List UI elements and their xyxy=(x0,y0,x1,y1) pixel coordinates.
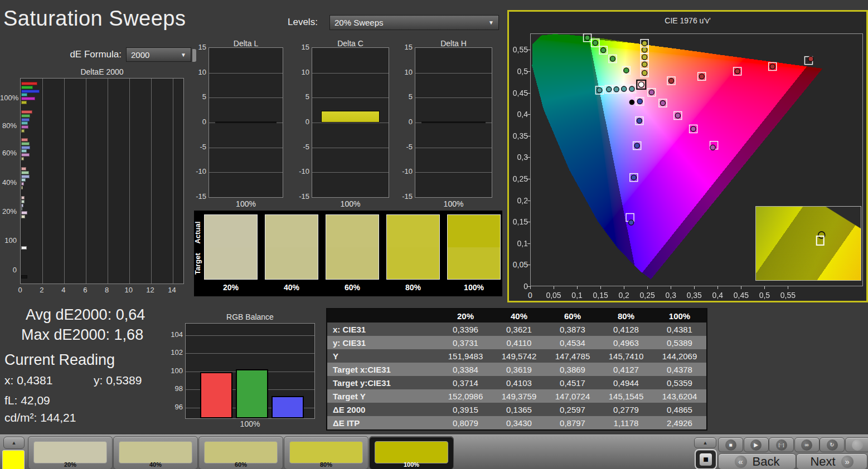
swatch-label: 20% xyxy=(204,283,258,292)
page-title: Saturation Sweeps xyxy=(3,7,186,31)
table-cell: 0,3430 xyxy=(492,416,546,430)
patch-button-100%[interactable]: 100% xyxy=(369,436,454,469)
target-swatch xyxy=(386,247,440,280)
delta-y-tick: -10 xyxy=(192,167,206,175)
delta-y-tick: 5 xyxy=(398,92,413,101)
delta-y-tick: 5 xyxy=(192,92,206,101)
table-row: ΔE 20000,39150,13650,25970,27790,4865 xyxy=(327,403,707,416)
cie-y-tickmark xyxy=(527,114,530,115)
table-row: Target x:CIE310,33840,36190,38690,41270,… xyxy=(327,363,707,376)
cie-y-tick: 0,3 xyxy=(510,153,528,162)
deltae-bar xyxy=(21,125,28,129)
table-header xyxy=(327,309,439,323)
gridline xyxy=(312,148,389,148)
current-reading-heading: Current Reading xyxy=(4,351,115,369)
current-patch-color xyxy=(2,450,25,469)
gridline xyxy=(173,79,173,284)
collapse-bar-button[interactable]: ▲ xyxy=(3,437,25,449)
cie-x-tick: 0,25 xyxy=(636,291,658,300)
ab-loop-icon: [··] xyxy=(776,439,787,451)
cie-x-tick: 0,45 xyxy=(730,291,752,300)
deltae-x-tick: 12 xyxy=(146,286,155,294)
table-cell: 0,3915 xyxy=(439,403,492,416)
yellow-measured-dot xyxy=(642,41,647,46)
patch-button-20%[interactable]: 20% xyxy=(28,436,113,469)
back-button[interactable]: « Back xyxy=(718,453,796,469)
next-arrow-icon: » xyxy=(841,456,854,468)
gridline xyxy=(129,79,130,284)
rgb-bar-red xyxy=(200,372,232,418)
cie-y-tick: 0,55 xyxy=(510,45,528,54)
deltae-bar xyxy=(21,157,24,160)
deltae-bar xyxy=(21,153,30,157)
delta-y-tick: 10 xyxy=(192,68,206,76)
stop-icon: ■ xyxy=(700,453,712,466)
cie-x-tick: 0,4 xyxy=(706,291,729,300)
collapse-transport-button[interactable]: ▲ xyxy=(694,437,716,448)
de-formula-label: dE Formula: xyxy=(56,49,122,60)
table-cell: 0,4963 xyxy=(599,336,653,349)
patch-navigation-bar: ▲ ▲ ■ « Back Next » 20%40%60%80%100%■▶[·… xyxy=(0,434,868,469)
patch-button-60%[interactable]: 60% xyxy=(198,436,283,469)
levels-label: Levels: xyxy=(288,17,318,28)
deltae-group-label: 100% xyxy=(0,94,17,102)
delta-y-tick: -10 xyxy=(398,167,413,175)
cie-y-tickmark xyxy=(527,157,530,158)
cie-y-tick: 0,2 xyxy=(510,196,528,205)
cie-x-tickmark xyxy=(694,286,695,289)
deltae-bar xyxy=(21,182,24,185)
table-cell: 147,4785 xyxy=(546,349,599,363)
next-button[interactable]: Next » xyxy=(796,453,867,469)
play-button[interactable]: ▶ xyxy=(744,437,769,452)
yellow-measured-dot xyxy=(642,47,647,52)
gridline xyxy=(312,123,389,123)
cie-x-tickmark xyxy=(764,286,765,289)
deltae-bar xyxy=(21,186,23,189)
play-icon: ▶ xyxy=(750,439,762,451)
rgb-y-tick: 104 xyxy=(167,330,183,339)
actual-swatch xyxy=(386,214,440,247)
gridline xyxy=(108,79,108,284)
row-label: ΔE ITP xyxy=(327,416,439,430)
refresh-button[interactable]: ↻ xyxy=(819,437,845,452)
de-formula-dropdown[interactable]: 2000 ▼ xyxy=(126,47,191,62)
gridline xyxy=(312,97,389,98)
max-de2000: Max dE2000: 1,68 xyxy=(21,326,143,344)
rgb-y-tick: 98 xyxy=(167,384,183,393)
ab-loop-button[interactable]: [··] xyxy=(769,437,794,452)
magenta-measured-dot xyxy=(675,113,680,118)
deltae-bar xyxy=(21,175,30,178)
patch-swatch xyxy=(375,441,448,463)
table-cell: 0,4517 xyxy=(546,376,599,389)
table-header: 60% xyxy=(546,309,599,323)
continuous-button[interactable]: ∞ xyxy=(794,437,819,452)
delta-y-tick: -15 xyxy=(192,192,206,201)
delta-y-tick: 15 xyxy=(398,43,413,51)
patch-swatch xyxy=(119,441,192,463)
delta-bar xyxy=(321,111,379,123)
yellow-measured-dot xyxy=(642,55,647,60)
record-button[interactable] xyxy=(845,437,868,452)
deltae-group-label: 100 xyxy=(0,236,17,245)
back-button-label: Back xyxy=(753,455,780,469)
row-label: y: CIE31 xyxy=(327,336,439,349)
stop-current-button[interactable]: ■ xyxy=(695,449,717,469)
cyan-measured-dot xyxy=(607,87,612,92)
stop-button[interactable]: ■ xyxy=(718,437,743,452)
levels-dropdown[interactable]: 20% Sweeps ▼ xyxy=(329,15,499,30)
patch-button-80%[interactable]: 80% xyxy=(284,436,368,469)
levels-value: 20% Sweeps xyxy=(334,18,384,27)
delta-chart xyxy=(415,47,492,198)
current-fl: fL: 42,09 xyxy=(4,394,50,407)
delta-chart xyxy=(312,47,389,198)
gridline xyxy=(209,97,283,98)
cie-y-tick: 0,15 xyxy=(510,217,528,226)
table-cell: 0,3621 xyxy=(492,323,546,336)
swatch-label: 40% xyxy=(265,283,318,292)
table-cell: 145,7410 xyxy=(599,349,653,363)
patch-button-40%[interactable]: 40% xyxy=(113,436,198,469)
blue-measured-dot xyxy=(629,220,634,225)
delta-bar xyxy=(215,121,277,123)
deltae-bar xyxy=(21,211,27,214)
target-row-label: Target xyxy=(193,250,202,279)
